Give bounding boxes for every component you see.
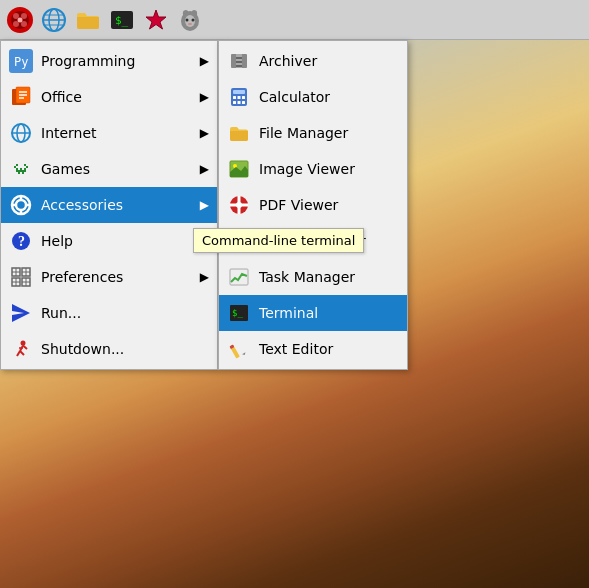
internet-arrow: ▶ — [200, 126, 209, 140]
terminal-label: Terminal — [259, 305, 318, 321]
svg-text:$_: $_ — [232, 308, 243, 318]
submenu-item-terminal[interactable]: $_ Terminal — [219, 295, 407, 331]
taskbar: $_ — [0, 0, 589, 40]
file-manager-label: File Manager — [259, 125, 348, 141]
pdf-viewer-label: PDF Viewer — [259, 197, 338, 213]
svg-point-42 — [16, 200, 26, 210]
svg-point-6 — [18, 17, 23, 22]
menu-item-preferences[interactable]: Preferences ▶ — [1, 259, 217, 295]
text-editor-label: Text Editor — [259, 341, 333, 357]
submenu-item-image-viewer[interactable]: Image Viewer — [219, 151, 407, 187]
menu-item-office[interactable]: Office ▶ — [1, 79, 217, 115]
svg-point-88 — [236, 202, 242, 208]
svg-rect-74 — [233, 90, 245, 94]
games-icon — [9, 157, 33, 181]
accessories-arrow: ▶ — [200, 198, 209, 212]
folder-icon — [75, 7, 101, 33]
menu-item-run[interactable]: Run... — [1, 295, 217, 331]
submenu-item-archiver[interactable]: Archiver — [219, 43, 407, 79]
svg-rect-72 — [236, 65, 242, 67]
office-icon — [9, 85, 33, 109]
image-viewer-label: Image Viewer — [259, 161, 355, 177]
menu-item-accessories[interactable]: Accessories ▶ — [1, 187, 217, 223]
svg-line-66 — [23, 346, 27, 350]
starred-icon — [143, 7, 169, 33]
terminal-submenu-icon: $_ — [227, 301, 251, 325]
tooltip-text: Command-line terminal — [202, 233, 355, 248]
svg-point-62 — [21, 341, 26, 346]
submenu-item-text-editor[interactable]: Text Editor — [219, 331, 407, 367]
wolf-icon — [177, 7, 203, 33]
svg-point-2 — [13, 13, 19, 19]
accessories-icon — [9, 193, 33, 217]
svg-rect-80 — [242, 101, 245, 104]
svg-rect-35 — [24, 164, 26, 166]
globe-icon — [41, 7, 67, 33]
globe-button[interactable] — [38, 4, 70, 36]
accessories-label: Accessories — [41, 197, 192, 213]
menu-item-programming[interactable]: Py Programming ▶ — [1, 43, 217, 79]
starred-button[interactable] — [140, 4, 172, 36]
main-menu: Py Programming ▶ Office ▶ — [0, 40, 218, 370]
svg-rect-78 — [233, 101, 236, 104]
svg-marker-61 — [12, 304, 30, 322]
svg-rect-32 — [14, 166, 16, 168]
preferences-icon — [9, 265, 33, 289]
svg-point-21 — [188, 23, 192, 25]
wolf-button[interactable] — [174, 4, 206, 36]
submenu-item-task-manager[interactable]: Task Manager — [219, 259, 407, 295]
menu-item-shutdown[interactable]: Shutdown... — [1, 331, 217, 367]
svg-point-3 — [21, 13, 27, 19]
svg-marker-98 — [242, 352, 246, 356]
folder-button[interactable] — [72, 4, 104, 36]
svg-line-65 — [20, 351, 24, 355]
calculator-icon — [227, 85, 251, 109]
programming-arrow: ▶ — [200, 54, 209, 68]
application-menu: Py Programming ▶ Office ▶ — [0, 40, 408, 370]
office-arrow: ▶ — [200, 90, 209, 104]
image-viewer-icon — [227, 157, 251, 181]
menu-item-games[interactable]: Games ▶ — [1, 151, 217, 187]
menu-item-help[interactable]: ? Help ▶ — [1, 223, 217, 259]
svg-text:?: ? — [18, 234, 25, 249]
submenu-item-file-manager[interactable]: File Manager — [219, 115, 407, 151]
task-manager-icon — [227, 265, 251, 289]
svg-rect-70 — [236, 57, 242, 59]
svg-rect-79 — [238, 101, 241, 104]
svg-marker-14 — [146, 10, 166, 29]
menu-item-internet[interactable]: Internet ▶ — [1, 115, 217, 151]
svg-point-19 — [186, 18, 189, 21]
svg-text:Py: Py — [14, 55, 28, 69]
run-label: Run... — [41, 305, 209, 321]
svg-text:$_: $_ — [115, 14, 129, 27]
internet-icon — [9, 121, 33, 145]
games-arrow: ▶ — [200, 162, 209, 176]
games-label: Games — [41, 161, 192, 177]
submenu-item-calculator[interactable]: Calculator — [219, 79, 407, 115]
raspi-menu-button[interactable] — [4, 4, 36, 36]
svg-rect-38 — [22, 172, 24, 174]
terminal-button[interactable]: $_ — [106, 4, 138, 36]
calculator-label: Calculator — [259, 89, 330, 105]
help-label: Help — [41, 233, 192, 249]
svg-rect-34 — [16, 164, 18, 166]
svg-rect-76 — [238, 96, 241, 99]
programming-icon: Py — [9, 49, 33, 73]
svg-point-5 — [21, 21, 27, 27]
svg-rect-37 — [18, 172, 20, 174]
archiver-icon — [227, 49, 251, 73]
programming-label: Programming — [41, 53, 192, 69]
svg-point-4 — [13, 21, 19, 27]
svg-rect-36 — [16, 168, 26, 172]
svg-rect-75 — [233, 96, 236, 99]
svg-point-20 — [192, 18, 195, 21]
text-editor-icon — [227, 337, 251, 361]
terminal-icon: $_ — [109, 7, 135, 33]
submenu-item-pdf-viewer[interactable]: PDF Viewer — [219, 187, 407, 223]
preferences-label: Preferences — [41, 269, 192, 285]
archiver-label: Archiver — [259, 53, 317, 69]
internet-label: Internet — [41, 125, 192, 141]
tooltip: Command-line terminal — [193, 228, 364, 253]
svg-rect-39 — [18, 168, 20, 170]
pdf-viewer-icon — [227, 193, 251, 217]
